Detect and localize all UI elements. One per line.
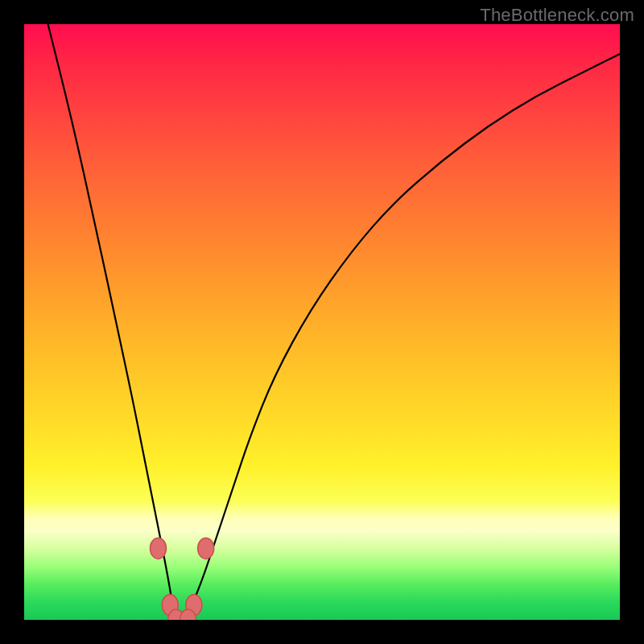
curve-marker	[151, 538, 167, 559]
bottleneck-curve-path	[48, 24, 620, 620]
curve-markers-group	[151, 538, 214, 620]
chart-frame: TheBottleneck.com	[0, 0, 644, 644]
curve-marker	[198, 538, 214, 559]
plot-area	[24, 24, 620, 620]
watermark-text: TheBottleneck.com	[480, 5, 634, 26]
bottleneck-curve-svg	[24, 24, 620, 620]
